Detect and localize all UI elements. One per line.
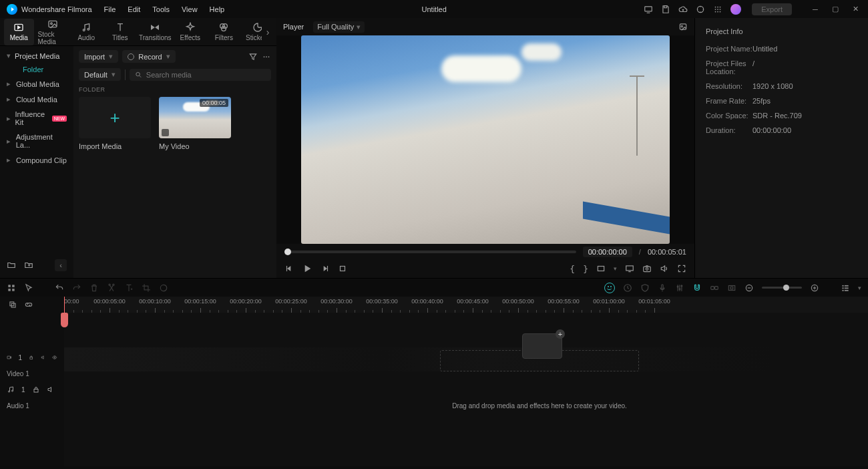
color-icon[interactable] [159, 283, 168, 293]
link-icon[interactable] [710, 283, 719, 293]
cloud-upload-icon[interactable] [678, 5, 688, 14]
media-clip-tile[interactable]: 00:00:05 My Video [159, 97, 231, 150]
timeline-toolbar: ▾ [0, 278, 868, 297]
import-dropdown[interactable]: Import▾ [79, 50, 118, 63]
video-track-header[interactable]: 1 [0, 351, 64, 363]
svg-rect-58 [842, 285, 843, 286]
zoom-slider[interactable] [762, 287, 802, 289]
svg-rect-30 [341, 267, 345, 271]
apps-icon[interactable] [713, 5, 722, 14]
app-logo-icon [7, 4, 17, 15]
mark-out-icon[interactable]: } [583, 264, 588, 274]
menu-view[interactable]: View [182, 5, 198, 13]
category-effects[interactable]: Effects [176, 19, 206, 45]
cursor-tool-icon[interactable] [24, 283, 33, 293]
shield-icon[interactable] [640, 283, 650, 293]
next-frame-icon[interactable] [320, 264, 330, 273]
zoom-out-icon[interactable] [744, 283, 754, 293]
zoom-in-icon[interactable] [810, 283, 819, 293]
undo-icon[interactable] [55, 283, 64, 293]
export-button[interactable]: Export [752, 3, 792, 15]
quality-dropdown[interactable]: Full Quality▾ [313, 21, 365, 33]
sort-dropdown[interactable]: Default▾ [79, 68, 121, 81]
category-media[interactable]: Media [4, 19, 34, 45]
aspect-ratio-icon[interactable] [596, 264, 606, 273]
speed-icon[interactable] [623, 283, 632, 293]
filter-icon[interactable] [248, 52, 258, 61]
tree-compound-clip[interactable]: ▸Compound Clip [3, 152, 71, 168]
svg-point-41 [113, 284, 114, 285]
magnet-snap-icon[interactable] [692, 283, 702, 293]
playhead[interactable] [64, 297, 65, 313]
fullscreen-icon[interactable] [677, 264, 686, 273]
category-transitions[interactable]: Transitions [139, 19, 172, 45]
mute-icon[interactable] [47, 385, 55, 394]
volume-icon[interactable] [660, 264, 669, 273]
display-icon[interactable] [625, 264, 634, 273]
tree-cloud-media[interactable]: ▸Cloud Media [3, 92, 71, 107]
menu-file[interactable]: File [104, 5, 116, 13]
notification-icon[interactable] [696, 5, 705, 14]
split-icon[interactable] [107, 283, 116, 293]
category-stock-media[interactable]: Stock Media [38, 19, 68, 45]
add-text-icon[interactable] [124, 283, 134, 293]
audio-mixer-icon[interactable] [675, 283, 684, 293]
timeline-tracks[interactable]: + Drag and drop media and effects here t… [64, 313, 868, 466]
stop-icon[interactable] [338, 264, 347, 273]
snapshot-preview-icon[interactable] [678, 22, 688, 31]
svg-point-6 [720, 6, 721, 7]
import-media-tile[interactable]: + Import Media [79, 97, 151, 150]
menu-tools[interactable]: Tools [152, 5, 170, 13]
camera-snapshot-icon[interactable] [642, 264, 652, 273]
preview-scrubber[interactable] [284, 251, 576, 253]
window-close-icon[interactable]: ✕ [845, 0, 865, 18]
lock-icon[interactable] [32, 385, 40, 394]
timeline-ruler[interactable]: 00:00 00:00:05:0000:00:10:0000:00:15:000… [64, 297, 868, 313]
more-menu-icon[interactable] [262, 52, 271, 61]
window-maximize-icon[interactable]: ▢ [825, 0, 845, 18]
menu-edit[interactable]: Edit [128, 5, 140, 13]
preview-viewport[interactable] [301, 35, 670, 244]
mark-in-icon[interactable]: { [570, 264, 575, 274]
device-icon[interactable] [644, 5, 653, 14]
crop-icon[interactable] [142, 283, 151, 293]
window-minimize-icon[interactable]: ─ [805, 0, 825, 18]
playhead-grip[interactable] [61, 313, 68, 327]
delete-icon[interactable] [89, 283, 99, 293]
new-folder-icon[interactable] [7, 261, 16, 270]
grid-view-icon[interactable] [7, 283, 16, 293]
ruler-copy-icon[interactable] [8, 300, 17, 309]
svg-point-24 [136, 72, 140, 75]
current-time: 00:00:00:00 [583, 247, 632, 257]
tree-adjustment-layer[interactable]: ▸Adjustment La... [3, 130, 71, 152]
category-scroll-right-icon[interactable]: › [262, 19, 274, 45]
new-bin-icon[interactable] [24, 261, 33, 270]
timeline-dropzone[interactable]: + [440, 350, 639, 371]
collapse-tree-icon[interactable]: ‹ [55, 259, 67, 271]
voiceover-icon[interactable] [658, 283, 667, 293]
search-input[interactable] [130, 69, 271, 81]
mute-icon[interactable] [41, 353, 46, 361]
menu-help[interactable]: Help [210, 5, 225, 13]
marker-toolbar-icon[interactable] [727, 283, 736, 293]
record-dropdown[interactable]: Record▾ [122, 50, 175, 63]
ruler-link-icon[interactable] [24, 300, 33, 309]
tree-global-media[interactable]: ▸Global Media [3, 76, 71, 92]
audio-track-header[interactable]: 1 [0, 383, 64, 396]
tree-project-media[interactable]: ▾Project Media [3, 49, 71, 63]
prev-frame-icon[interactable] [284, 264, 294, 273]
tree-folder[interactable]: Folder [3, 63, 71, 76]
category-filters[interactable]: Filters [209, 19, 239, 45]
lock-icon[interactable] [29, 353, 34, 361]
list-view-icon[interactable] [841, 283, 850, 293]
tree-influence-kit[interactable]: ▸Influence KitNEW [3, 107, 71, 130]
ai-smile-icon[interactable] [604, 283, 615, 293]
category-audio[interactable]: Audio [71, 19, 101, 45]
category-titles[interactable]: Titles [105, 19, 136, 45]
user-avatar[interactable] [730, 4, 741, 15]
player-tab[interactable]: Player [283, 23, 304, 31]
save-icon[interactable] [661, 5, 670, 14]
visibility-icon[interactable] [52, 353, 57, 361]
redo-icon[interactable] [72, 283, 81, 293]
play-icon[interactable] [302, 263, 312, 274]
